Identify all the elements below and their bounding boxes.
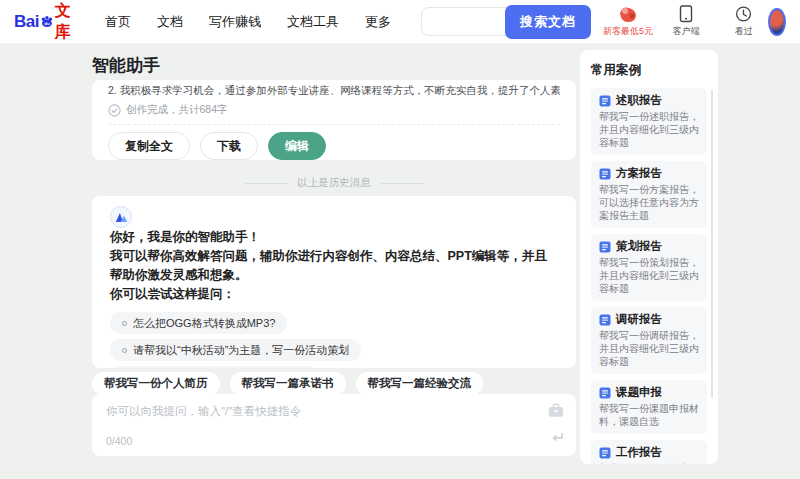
nav-item[interactable]: 更多 bbox=[365, 13, 391, 31]
prompt-input[interactable] bbox=[106, 404, 526, 434]
top-header: Bai du 文库 首页文档写作赚钱文档工具更多 搜索文档 新客最低5元 bbox=[0, 0, 800, 44]
dashed-divider bbox=[108, 124, 560, 125]
suggestion-text: 怎么把OGG格式转换成MP3? bbox=[133, 316, 275, 331]
greeting-line-1: 你好，我是你的智能助手！ bbox=[110, 228, 558, 247]
common-cases-panel: 常用案例 述职报告 帮我写一份述职报告，并且内容细化到三级内容标题 bbox=[580, 50, 718, 464]
quick-chip-row: 帮我写一份个人简历帮我写一篇承诺书帮我写一篇经验交流 bbox=[92, 372, 483, 395]
download-button[interactable]: 下载 bbox=[200, 132, 258, 160]
case-card[interactable]: 方案报告 帮我写一份方案报告，可以选择任意内容为方案报告主题 bbox=[591, 161, 707, 228]
assistant-greeting-card: 你好，我是你的智能助手！ 我可以帮你高效解答问题，辅助你进行内容创作、内容总结、… bbox=[92, 196, 576, 368]
case-card[interactable]: 课题申报 帮我写一份课题申报材料，课题自选 bbox=[591, 380, 707, 434]
case-description: 帮我写一份调研报告，并且内容细化到三级内容标题 bbox=[599, 329, 699, 368]
case-card[interactable]: 策划报告 帮我写一份策划报告，并且内容细化到三级内容标题 bbox=[591, 234, 707, 301]
nav-item[interactable]: 文档工具 bbox=[287, 13, 339, 31]
divider-line-right bbox=[381, 183, 423, 184]
baidu-paw-icon: du bbox=[40, 11, 54, 31]
sidebar-scrollbar[interactable] bbox=[711, 90, 713, 398]
common-cases-title: 常用案例 bbox=[591, 62, 707, 79]
svg-text:du: du bbox=[44, 21, 50, 26]
search-button[interactable]: 搜索文档 bbox=[505, 5, 591, 39]
circle-bullet-icon bbox=[122, 321, 127, 326]
enter-key-icon[interactable] bbox=[550, 430, 564, 448]
document-icon bbox=[599, 447, 611, 459]
viewed-clock-icon bbox=[735, 5, 752, 23]
assistant-avatar bbox=[110, 206, 132, 228]
greeting-line-3: 你可以尝试这样提问： bbox=[110, 285, 558, 304]
case-head: 课题申报 bbox=[599, 385, 699, 400]
case-card[interactable]: 调研报告 帮我写一份调研报告，并且内容细化到三级内容标题 bbox=[591, 307, 707, 374]
document-icon bbox=[599, 387, 611, 399]
case-name: 策划报告 bbox=[616, 239, 662, 254]
suggestion-pill[interactable]: 请帮我以“中秋活动”为主题，写一份活动策划 bbox=[110, 339, 361, 361]
copy-all-button[interactable]: 复制全文 bbox=[108, 132, 190, 160]
case-name: 方案报告 bbox=[616, 166, 662, 181]
client-label: 客户端 bbox=[672, 25, 699, 38]
divider-line-left bbox=[245, 183, 287, 184]
case-name: 述职报告 bbox=[616, 93, 662, 108]
case-card[interactable]: 述职报告 帮我写一份述职报告，并且内容细化到三级内容标题 bbox=[591, 88, 707, 155]
logo-text-bai: Bai bbox=[14, 12, 39, 32]
nav-item[interactable]: 首页 bbox=[105, 13, 131, 31]
suggestion-list: 怎么把OGG格式转换成MP3? 请帮我以“中秋活动”为主题，写一份活动策划 请辅… bbox=[110, 312, 558, 368]
document-icon bbox=[599, 241, 611, 253]
viewed-label: 看过 bbox=[735, 25, 753, 38]
document-icon bbox=[599, 314, 611, 326]
client-entry[interactable]: 客户端 bbox=[664, 5, 708, 38]
case-card[interactable]: 工作报告 帮我写一份工作报告，工作类型随机 bbox=[591, 440, 707, 464]
case-list: 述职报告 帮我写一份述职报告，并且内容细化到三级内容标题 方案报告 帮我写一份方… bbox=[591, 88, 707, 464]
client-phone-icon bbox=[679, 5, 693, 23]
user-avatar[interactable] bbox=[768, 8, 786, 36]
case-description: 帮我写一份方案报告，可以选择任意内容为方案报告主题 bbox=[599, 183, 699, 222]
logo-text-wenku: 文库 bbox=[55, 1, 77, 43]
case-description: 帮我写一份课题申报材料，课题自选 bbox=[599, 402, 699, 428]
case-head: 策划报告 bbox=[599, 239, 699, 254]
case-head: 工作报告 bbox=[599, 445, 699, 460]
quick-chip[interactable]: 帮我写一篇承诺书 bbox=[230, 372, 346, 395]
case-name: 课题申报 bbox=[616, 385, 662, 400]
history-message-card: 2. 我积极寻求学习机会，通过参加外部专业讲座、网络课程等方式，不断充实自我，提… bbox=[92, 80, 576, 160]
case-head: 方案报告 bbox=[599, 166, 699, 181]
message-actions: 复制全文 下载 编辑 bbox=[108, 132, 560, 160]
baidu-wenku-logo[interactable]: Bai du 文库 bbox=[14, 1, 77, 43]
history-divider: 以上是历史消息 bbox=[92, 176, 576, 190]
page-title: 智能助手 bbox=[92, 54, 160, 77]
document-icon bbox=[599, 168, 611, 180]
creation-status: 创作完成，共计684字 bbox=[108, 103, 560, 117]
suggestion-pill[interactable]: 请辅助我创作一份半年工作总结PPT bbox=[110, 366, 320, 368]
quick-chip[interactable]: 帮我写一篇经验交流 bbox=[356, 372, 484, 395]
case-name: 调研报告 bbox=[616, 312, 662, 327]
nav-item[interactable]: 写作赚钱 bbox=[209, 13, 261, 31]
case-head: 述职报告 bbox=[599, 93, 699, 108]
shortcut-command-icon[interactable] bbox=[548, 403, 564, 422]
wenku-logo-icon bbox=[115, 211, 128, 223]
check-circle-icon bbox=[108, 104, 121, 117]
history-divider-text: 以上是历史消息 bbox=[297, 176, 371, 190]
circle-bullet-icon bbox=[122, 348, 127, 353]
nav-item[interactable]: 文档 bbox=[157, 13, 183, 31]
suggestion-text: 请帮我以“中秋活动”为主题，写一份活动策划 bbox=[133, 343, 349, 358]
case-name: 工作报告 bbox=[616, 445, 662, 460]
search-box: 搜索文档 bbox=[421, 7, 590, 36]
creation-status-text: 创作完成，共计684字 bbox=[126, 103, 228, 117]
main-nav: 首页文档写作赚钱文档工具更多 bbox=[105, 13, 391, 31]
case-description: 帮我写一份工作报告，工作类型随机 bbox=[599, 462, 699, 464]
document-icon bbox=[599, 95, 611, 107]
case-head: 调研报告 bbox=[599, 312, 699, 327]
header-right: 新客最低5元 客户端 看过 bbox=[606, 5, 766, 38]
quick-chip[interactable]: 帮我写一份个人简历 bbox=[92, 372, 220, 395]
char-counter: 0/400 bbox=[106, 435, 132, 447]
greeting-line-2: 我可以帮你高效解答问题，辅助你进行内容创作、内容总结、PPT编辑等，并且帮助你激… bbox=[110, 247, 558, 285]
edit-button[interactable]: 编辑 bbox=[268, 132, 326, 160]
case-description: 帮我写一份策划报告，并且内容细化到三级内容标题 bbox=[599, 256, 699, 295]
prompt-input-card: 0/400 bbox=[92, 394, 576, 456]
case-description: 帮我写一份述职报告，并且内容细化到三级内容标题 bbox=[599, 110, 699, 149]
history-message-text: 2. 我积极寻求学习机会，通过参加外部专业讲座、网络课程等方式，不断充实自我，提… bbox=[108, 83, 560, 98]
suggestion-pill[interactable]: 怎么把OGG格式转换成MP3? bbox=[110, 312, 287, 334]
viewed-entry[interactable]: 看过 bbox=[722, 5, 766, 38]
